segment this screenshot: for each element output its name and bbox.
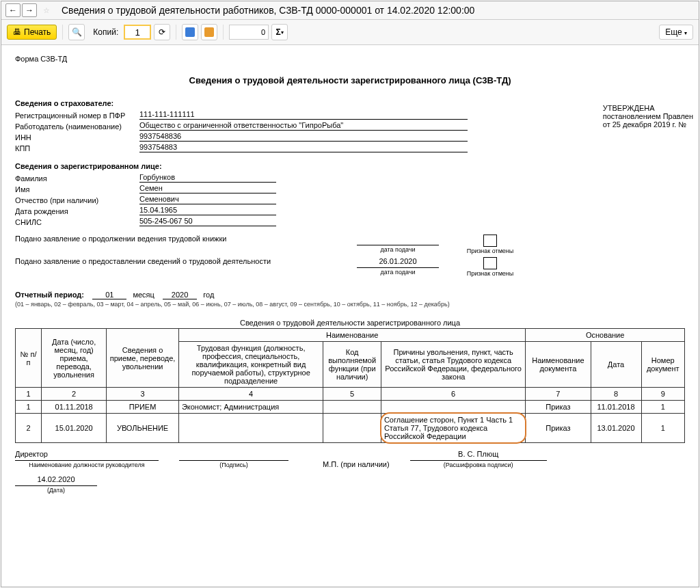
export-icon (204, 27, 214, 37)
statement-1-date (357, 235, 439, 245)
document-area[interactable]: УТВЕРЖДЕНА постановлением Правлен от 25 … (1, 45, 699, 587)
person-firstname: Семен (139, 184, 276, 193)
sum-button[interactable]: ▾ (271, 24, 288, 40)
insurer-kpp: 993754883 (139, 143, 468, 152)
statement-2-cancel-box (483, 257, 497, 269)
director-title: Директор (15, 450, 159, 461)
print-label: Печать (24, 27, 51, 37)
activity-table: № п/п Дата (число, месяц, год) приема, п… (15, 328, 685, 443)
signature-line (179, 450, 288, 461)
period-row: Отчетный период: 01 месяц 2020 год (15, 291, 685, 299)
copies-input[interactable] (124, 25, 151, 40)
statement-2-text: Подано заявление о предоставлении сведен… (15, 257, 336, 265)
signer-name: В. С. Плющ (410, 450, 547, 461)
document-heading: Сведения о трудовой деятельности зарегис… (15, 75, 685, 85)
page-field[interactable]: 0 (229, 25, 269, 40)
table-row: 1 01.11.2018 ПРИЕМ Экономист; Администра… (16, 401, 685, 414)
sigma-icon (276, 27, 281, 37)
statement-2-date: 26.01.2020 (357, 257, 439, 268)
refresh-button[interactable] (154, 24, 170, 40)
insurer-inn: 9937548836 (139, 132, 468, 142)
person-lastname: Горбунков (139, 173, 276, 183)
toolbar: Печать Копий: 0 ▾ Еще ▾ (1, 20, 699, 45)
window-title: Сведения о трудовой деятельности работни… (62, 5, 474, 16)
table-title: Сведения о трудовой деятельности зарегис… (15, 319, 685, 327)
printer-icon (13, 27, 21, 37)
print-button[interactable]: Печать (7, 25, 57, 40)
save-orange-button[interactable] (201, 24, 217, 40)
mp-text: М.П. (при наличии) (323, 460, 390, 468)
person-heading: Сведения о зарегистрированном лице: (15, 162, 685, 170)
titlebar: ← → ☆ Сведения о трудовой деятельности р… (1, 1, 699, 20)
insurer-heading: Сведения о страхователе: (15, 99, 685, 107)
document-date: 14.02.2020 (15, 475, 97, 486)
preview-button[interactable] (68, 24, 85, 40)
statement-1-text: Подано заявление о продолжении ведения т… (15, 235, 336, 243)
dismissal-reason: Соглашение сторон, Пункт 1 Часть 1 Стать… (384, 416, 513, 440)
magnifier-icon (72, 27, 82, 37)
nav-forward-button[interactable]: → (22, 3, 37, 17)
favorite-icon[interactable]: ☆ (40, 3, 53, 17)
person-dob: 15.04.1965 (139, 206, 276, 215)
period-year: 2020 (163, 291, 197, 299)
insurer-name: Общество с ограниченной ответственностью… (139, 121, 468, 131)
save-blue-button[interactable] (182, 24, 198, 40)
nav-back-button[interactable]: ← (5, 3, 21, 17)
approved-stamp: УТВЕРЖДЕНА постановлением Правлен от 25 … (603, 104, 693, 129)
person-snils: 505-245-067 50 (139, 217, 276, 226)
statement-1-cancel-box (483, 235, 497, 247)
copies-label: Копий: (93, 27, 118, 37)
person-middlename: Семенович (139, 195, 276, 204)
form-code: Форма С3В-ТД (15, 55, 685, 63)
more-button[interactable]: Еще ▾ (659, 25, 693, 40)
refresh-icon (159, 27, 165, 37)
save-icon (185, 27, 195, 37)
insurer-reg: 111-111-111111 (139, 110, 468, 120)
table-row: 2 15.01.2020 УВОЛЬНЕНИЕ Соглашение сторо… (16, 414, 685, 443)
period-month: 01 (92, 291, 126, 299)
